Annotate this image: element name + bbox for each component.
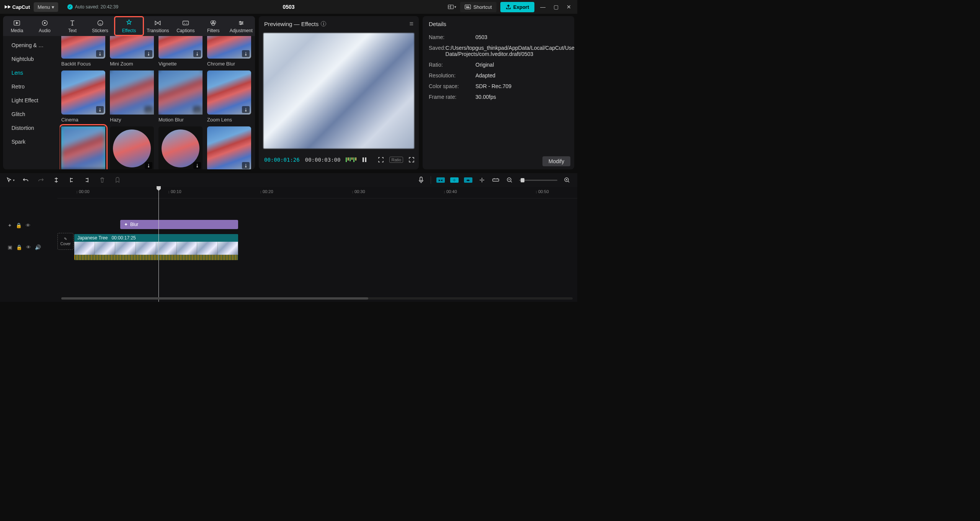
effect-card-blur[interactable]: Blur [60, 125, 106, 169]
category-lens[interactable]: Lens [3, 66, 60, 80]
timeline-ruler[interactable]: 00:00 00:10 00:20 00:30 00:40 00:50 [57, 187, 577, 198]
effect-card[interactable]: ⭳Chrome Blur [207, 36, 251, 67]
magnet-link-button[interactable]: ⊹ [450, 177, 459, 183]
tab-captions[interactable]: Captions [172, 16, 199, 36]
tab-effects[interactable]: Effects [114, 16, 144, 36]
category-spark[interactable]: Spark [3, 135, 60, 149]
menu-button[interactable]: Menu ▾ [34, 2, 58, 12]
effect-track-icon[interactable]: ✦ [8, 223, 12, 228]
download-icon[interactable]: ⭳ [96, 50, 104, 57]
shortcut-label: Shortcut [473, 4, 492, 10]
download-icon[interactable]: ⭳ [96, 106, 104, 113]
category-light-effect[interactable]: Light Effect [3, 93, 60, 107]
effect-card[interactable]: ⭳Motion Blur [158, 70, 203, 123]
effect-card[interactable]: ⭳Hazy [110, 70, 154, 123]
download-icon[interactable]: ⭳ [145, 106, 152, 113]
details-cs-key: Color space: [429, 83, 475, 89]
tab-text[interactable]: Text [59, 16, 86, 36]
effect-card[interactable]: ⭳Mini Zoom [110, 36, 154, 67]
mic-button[interactable] [417, 176, 425, 184]
fullscreen-button[interactable] [408, 156, 415, 164]
pause-button[interactable] [362, 156, 367, 164]
eye-icon[interactable]: 👁 [26, 244, 31, 250]
effect-card[interactable]: ⭳Vignette [158, 36, 203, 67]
video-track-icon[interactable]: ▣ [8, 244, 12, 250]
tab-audio[interactable]: Audio [31, 16, 58, 36]
download-icon[interactable]: ⭳ [242, 162, 250, 169]
magnet-main-button[interactable]: ▸◂ [436, 177, 445, 183]
split-button[interactable] [52, 176, 60, 184]
tab-filters[interactable]: Filters [199, 16, 227, 36]
align-button[interactable] [478, 176, 486, 184]
select-tool[interactable]: ▾ [6, 176, 15, 184]
minimize-button[interactable]: — [538, 2, 547, 11]
download-icon[interactable]: ⭳ [242, 50, 250, 57]
zoom-out-button[interactable] [505, 176, 514, 184]
download-icon[interactable]: ⭳ [193, 162, 201, 169]
tab-label: Captions [176, 28, 194, 33]
autosave-text: Auto saved: 20:42:39 [75, 4, 118, 10]
preview-viewport[interactable] [263, 33, 414, 149]
details-ratio-key: Ratio: [429, 62, 475, 68]
download-icon[interactable]: ⭳ [145, 50, 152, 57]
details-name-key: Name: [429, 34, 475, 40]
lock-icon[interactable]: 🔒 [16, 244, 22, 250]
tab-label: Adjustment [230, 28, 253, 33]
trim-left-button[interactable] [67, 176, 76, 184]
tab-adjustment[interactable]: Adjustment [227, 16, 255, 36]
download-icon[interactable]: ⭳ [242, 106, 250, 113]
effect-card[interactable]: ⭳Fisheye III [158, 126, 203, 169]
tab-media[interactable]: Media [3, 16, 31, 36]
svg-point-18 [242, 22, 243, 23]
svg-rect-20 [363, 157, 364, 162]
shortcut-button[interactable]: Shortcut [460, 2, 496, 12]
category-retro[interactable]: Retro [3, 80, 60, 93]
category-distortion[interactable]: Distortion [3, 121, 60, 135]
category-nightclub[interactable]: Nightclub [3, 52, 60, 66]
effect-card[interactable]: ⭳Backlit Focus [61, 36, 105, 67]
zoom-in-button[interactable] [563, 176, 571, 184]
lock-icon[interactable]: 🔒 [16, 223, 22, 228]
tab-stickers[interactable]: Stickers [86, 16, 114, 36]
export-button[interactable]: Export [500, 2, 534, 12]
maximize-button[interactable]: ▢ [551, 2, 560, 11]
timeline-scrollbar[interactable] [61, 297, 573, 300]
scrollbar-thumb[interactable] [61, 297, 368, 300]
ratio-button[interactable]: Ratio [389, 157, 403, 163]
eye-icon[interactable]: 👁 [26, 223, 31, 228]
category-glitch[interactable]: Glitch [3, 107, 60, 121]
download-icon[interactable]: ⭳ [193, 106, 201, 113]
category-opening[interactable]: Opening & … [3, 38, 60, 52]
download-icon[interactable]: ⭳ [193, 50, 201, 57]
video-clip[interactable]: Japanese Tree 00:00:17:25 [74, 234, 238, 260]
undo-button[interactable] [21, 176, 30, 184]
preview-menu-button[interactable]: ≡ [409, 20, 413, 28]
magnet-snap-button[interactable]: ◂▸ [464, 177, 472, 183]
effect-card[interactable]: ⭳Zoom Lens [207, 70, 251, 123]
effect-label: Motion Blur [158, 117, 203, 123]
modify-button[interactable]: Modify [542, 156, 570, 166]
effect-clip[interactable]: ✦ Blur [120, 220, 238, 229]
effect-card[interactable]: ⭳Fisheye 4 [110, 126, 154, 169]
trim-right-button[interactable] [83, 176, 91, 184]
redo-button[interactable] [37, 176, 45, 184]
zoom-knob[interactable] [521, 178, 524, 182]
tab-label: Audio [39, 28, 51, 33]
layout-button[interactable]: ▾ [448, 3, 456, 11]
effect-card[interactable]: ⭳Fisheye [207, 126, 251, 169]
playhead[interactable] [158, 187, 159, 302]
delete-button[interactable] [98, 176, 106, 184]
zoom-slider[interactable] [519, 180, 557, 181]
timeline[interactable]: 00:00 00:10 00:20 00:30 00:40 00:50 ✦ 🔒 … [0, 187, 577, 302]
info-icon[interactable]: i [321, 21, 326, 26]
check-icon: ✓ [67, 4, 73, 10]
effect-card[interactable]: ⭳Cinema [61, 70, 105, 123]
tab-transitions[interactable]: Transitions [144, 16, 172, 36]
marker-button[interactable] [113, 176, 122, 184]
preview-trim-button[interactable] [492, 176, 500, 184]
close-button[interactable]: ✕ [564, 2, 573, 11]
scan-icon[interactable] [378, 156, 384, 164]
mute-icon[interactable]: 🔊 [35, 244, 41, 250]
cover-button[interactable]: ✎ Cover [57, 233, 74, 250]
download-icon[interactable]: ⭳ [145, 162, 152, 169]
